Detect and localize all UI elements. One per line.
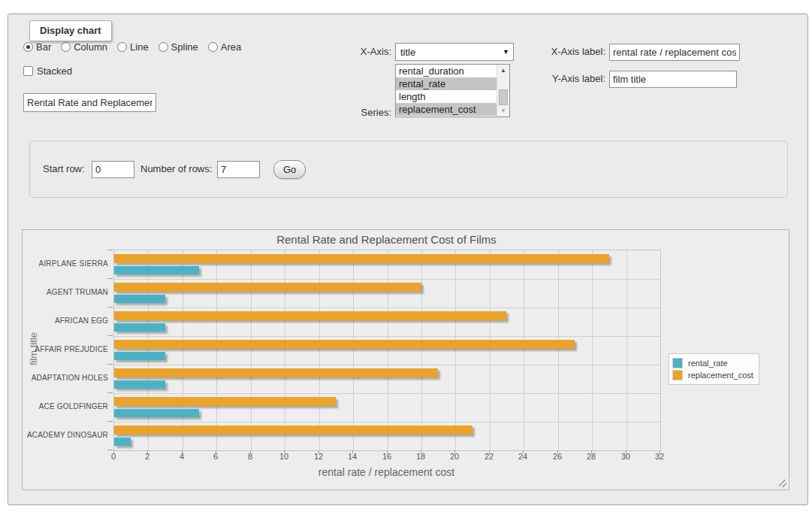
y-axis-label-input[interactable] xyxy=(609,71,737,88)
gridline xyxy=(524,250,524,450)
gridline xyxy=(114,279,660,280)
gridline xyxy=(558,250,559,450)
category-label: AIRPLANE SIERRA xyxy=(23,259,108,268)
start-row-label: Start row: xyxy=(43,163,85,174)
chart-type-radio-spline[interactable] xyxy=(158,42,168,52)
gridline xyxy=(490,250,491,450)
bar-replacement_cost xyxy=(114,311,506,320)
bar-replacement_cost xyxy=(114,368,438,377)
chart-title: Rental Rate and Replacement Cost of Film… xyxy=(113,233,660,246)
category-label: AGENT TRUMAN xyxy=(23,288,108,296)
y-axis-label-caption: Y-Axis label: xyxy=(536,73,605,84)
series-option-rental_rate[interactable]: rental_rate xyxy=(396,77,497,90)
gridline xyxy=(388,250,388,450)
x-tick-label: 22 xyxy=(484,452,494,461)
chart-type-label-area: Area xyxy=(221,41,241,53)
legend-label-rental_rate: rental_rate xyxy=(688,359,728,368)
chart-x-axis-title: rental rate / replacement cost xyxy=(113,466,660,478)
x-tick-label: 18 xyxy=(416,452,425,461)
gridline xyxy=(114,308,660,308)
plot-area xyxy=(113,250,661,451)
bar-rental_rate xyxy=(114,323,165,332)
chart-type-label-spline: Spline xyxy=(171,41,198,53)
x-tick-label: 30 xyxy=(621,452,630,461)
stacked-checkbox[interactable] xyxy=(23,66,33,76)
x-tick-label: 20 xyxy=(450,452,459,461)
x-tick-label: 16 xyxy=(382,452,391,461)
y-tick-mark xyxy=(107,392,113,393)
legend-item: rental_rate xyxy=(672,358,753,368)
gridline xyxy=(183,250,183,450)
gridline xyxy=(216,250,217,450)
category-label: AFRICAN EGG xyxy=(23,317,108,325)
chart-legend: rental_ratereplacement_cost xyxy=(669,353,759,385)
x-tick-label: 10 xyxy=(279,452,288,461)
x-tick-label: 24 xyxy=(518,452,527,461)
stacked-row: Stacked xyxy=(23,65,72,77)
display-chart-panel: BarColumnLineSplineArea Stacked X-Axis: … xyxy=(8,14,808,505)
series-listbox[interactable]: rental_durationrental_ratelengthreplacem… xyxy=(395,64,510,117)
series-option-rental_duration[interactable]: rental_duration xyxy=(396,65,497,77)
y-tick-mark xyxy=(107,335,113,336)
y-tick-mark xyxy=(107,278,113,279)
x-tick-label: 4 xyxy=(180,452,184,461)
resize-handle[interactable] xyxy=(779,480,786,487)
x-tick-label: 8 xyxy=(248,452,252,461)
chart-type-radio-column[interactable] xyxy=(61,42,71,52)
x-axis-label: X-Axis: xyxy=(349,46,391,57)
y-tick-mark xyxy=(107,364,113,365)
bar-replacement_cost xyxy=(114,397,336,406)
x-axis-select[interactable]: title ▼ xyxy=(395,43,514,61)
x-tick-label: 12 xyxy=(314,452,323,461)
chevron-down-icon: ▼ xyxy=(503,48,509,56)
x-tick-label: 2 xyxy=(145,452,149,461)
category-label: ACADEMY DINOSAUR xyxy=(23,431,108,439)
chart-type-radio-line[interactable] xyxy=(117,42,127,52)
bar-replacement_cost xyxy=(114,283,421,292)
series-option-replacement_cost[interactable]: replacement_cost xyxy=(396,103,497,116)
start-row-input[interactable] xyxy=(92,161,134,178)
bar-replacement_cost xyxy=(114,254,609,263)
series-scrollbar[interactable]: ▲ ▼ xyxy=(497,65,509,117)
gridline xyxy=(251,250,252,450)
x-axis-label-caption: X-Axis label: xyxy=(536,46,605,57)
gridline xyxy=(114,422,660,423)
y-tick-mark xyxy=(107,307,113,308)
gridline xyxy=(421,250,422,450)
category-label: ADAPTATION HOLES xyxy=(23,374,108,382)
legend-swatch-rental_rate xyxy=(672,358,683,368)
bar-rental_rate xyxy=(114,266,199,274)
chart-type-radio-area[interactable] xyxy=(208,42,218,52)
chart-title-input[interactable] xyxy=(23,93,156,112)
chart-type-radio-bar[interactable] xyxy=(23,42,33,52)
bar-rental_rate xyxy=(114,352,165,360)
gridline xyxy=(285,250,285,450)
scrollbar-down-icon[interactable]: ▼ xyxy=(497,105,509,117)
go-button[interactable]: Go xyxy=(273,160,306,179)
gridline xyxy=(353,250,354,450)
stacked-label: Stacked xyxy=(37,65,72,77)
legend-item: replacement_cost xyxy=(672,370,753,380)
scrollbar-thumb[interactable] xyxy=(499,89,508,105)
x-tick-label: 0 xyxy=(111,452,116,461)
gridline xyxy=(114,393,660,394)
series-option-length[interactable]: length xyxy=(396,90,497,103)
x-axis-label-input[interactable] xyxy=(609,44,740,61)
series-options: rental_durationrental_ratelengthreplacem… xyxy=(396,65,509,116)
bar-rental_rate xyxy=(114,380,165,389)
gridline xyxy=(319,250,320,450)
chart-container: Rental Rate and Replacement Cost of Film… xyxy=(22,229,789,490)
num-rows-label: Number of rows: xyxy=(140,163,212,174)
num-rows-input[interactable] xyxy=(217,161,260,178)
legend-label-replacement_cost: replacement_cost xyxy=(688,371,753,380)
x-tick-label: 28 xyxy=(587,452,596,461)
chart-type-label-bar: Bar xyxy=(36,41,51,53)
y-tick-mark xyxy=(107,450,113,450)
x-axis-selected-value: title xyxy=(400,47,415,58)
x-tick-label: 6 xyxy=(213,452,218,461)
chart-type-label-line: Line xyxy=(130,41,149,53)
bar-replacement_cost xyxy=(114,426,472,435)
x-tick-label: 14 xyxy=(348,452,357,461)
row-range-panel: Start row: Number of rows: Go xyxy=(29,141,788,198)
scrollbar-up-icon[interactable]: ▲ xyxy=(497,65,509,76)
